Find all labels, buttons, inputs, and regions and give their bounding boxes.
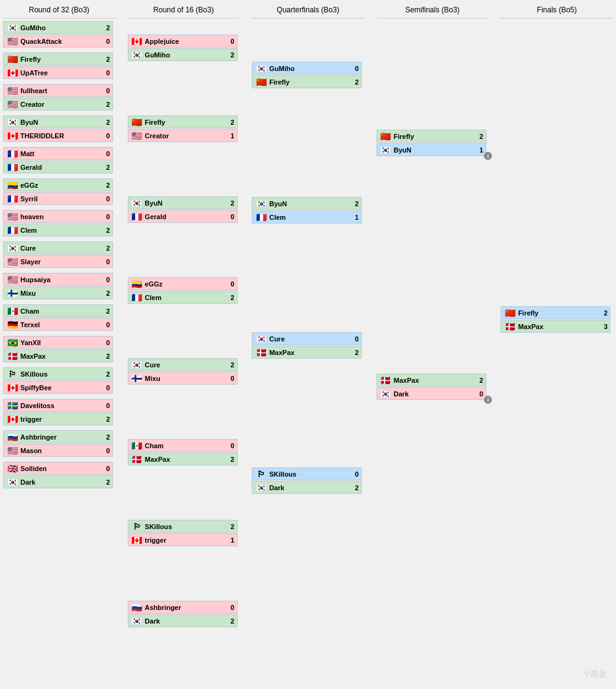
player-name: MaxPax [20,353,101,360]
round-fin-title: Finals (Bo5) [501,3,613,19]
r32-match-5: 🇫🇷Matt0 🇫🇷Gerald2 [3,147,115,173]
table-row: 🇺🇸Hupsaiya0 [3,273,113,286]
table-row: 🇨🇦UpATree0 [3,66,113,79]
player-name: Cure [20,244,101,252]
table-row: 🇷🇺Ashbringer2 [3,430,113,443]
player-score: 2 [101,244,110,252]
table-row: 🇩🇰MaxPax2 [128,453,238,466]
player-score: 2 [101,478,110,486]
r32-match-1: 🇰🇷GuMiho2 🇺🇸QuackAttack0 [3,21,115,48]
table-row: 🇩🇪Terxel0 [3,318,113,331]
player-name: Firefly [145,119,226,126]
table-row: 🇨🇦trigger1 [128,533,238,546]
player-score: 0 [101,213,110,220]
player-score: 0 [101,258,110,265]
flag-gb: 🇬🇧 [6,464,19,473]
player-score: 2 [101,56,110,63]
table-row: 🇰🇷GuMiho0 [252,62,362,75]
player-score: 0 [101,276,110,283]
player-name: heaven [20,213,101,220]
player-name: Davelitoss [20,402,101,409]
player-name: Ashbringer [20,433,101,441]
player-score: 1 [226,537,235,544]
table-row: 🇨🇳Firefly2 [128,115,238,128]
player-score: 2 [350,78,359,86]
r32-match-15: 🇬🇧Solliden0 🇰🇷Dark2 [3,462,115,488]
table-row: 🇨🇦THERIDDLER0 [3,129,113,142]
player-name: Applejuice [145,38,226,45]
player-name: MaxPax [145,456,226,463]
r16-match-8: 🇷🇺Ashbringer0 🇰🇷Dark2 [128,601,240,627]
player-name: Cure [145,361,226,369]
table-row: 🇺🇸Creator2 [3,98,113,111]
player-score: 1 [475,146,483,154]
flag-kr4: 🇰🇷 [6,478,19,486]
table-row: 🇨🇳Firefly2 [3,52,113,65]
player-name: YanXII [20,339,101,346]
table-row: 🇲🇽Cham0 [128,439,238,452]
player-name: Dark [145,617,226,625]
qf-match-2: 🇰🇷ByuN2 🇫🇷Clem1 [252,197,364,223]
table-row: 🇫🇮Mixu0 [128,372,238,385]
player-score: 2 [101,415,110,423]
flag-de: 🇩🇪 [6,320,19,329]
player-name: THERIDDLER [20,132,101,140]
round-16: Round of 16 (Bo3) 🇨🇦Applejuice0 🇰🇷GuMiho… [128,3,240,627]
flag-us5: 🇺🇸 [6,275,19,284]
qf-match-1: 🇰🇷GuMiho0 🇨🇳Firefly2 [252,62,364,88]
table-row: 🇩🇰MaxPax3 [501,320,610,333]
player-score: 2 [101,290,110,297]
flag-cn: 🇨🇳 [6,55,19,64]
flag-us2: 🇺🇸 [6,100,19,109]
table-row: 🇰🇷Cure2 [128,358,238,371]
r16-match-3: 🇰🇷ByuN2 🇫🇷Gerald0 [128,196,240,223]
player-score: 2 [101,24,110,31]
table-row: 🇫🇷Clem2 [128,291,238,304]
player-score: 2 [475,133,483,140]
flag-fi: 🇫🇮 [6,289,19,298]
info-badge-2[interactable]: i [484,396,492,404]
r16-match-5: 🇰🇷Cure2 🇫🇮Mixu0 [128,358,240,385]
flag-br: 🇧🇷 [6,338,19,347]
player-name: Terxel [20,321,101,328]
player-name: Firefly [20,56,101,63]
table-row: 🇩🇰MaxPax2 [377,374,486,386]
r16-match-6: 🇲🇽Cham0 🇩🇰MaxPax2 [128,439,240,466]
sf-match-2: 🇩🇰MaxPax2 🇰🇷Dark0 i [377,374,489,400]
flag-us6: 🇺🇸 [6,446,19,455]
player-name: Creator [20,101,101,108]
r16-match-2: 🇨🇳Firefly2 🇺🇸Creator1 [128,115,240,142]
r32-match-6: 🇨🇴eGGz2 🇫🇷Syrril0 [3,178,115,205]
r16-match-4: 🇨🇴eGGz0 🇫🇷Clem2 [128,277,240,304]
player-score: 3 [599,323,607,330]
player-name: SpiffyBee [20,384,101,391]
player-score: 0 [475,390,483,398]
flag-us4: 🇺🇸 [6,257,19,266]
r32-match-10: 🇲🇽Cham2 🇩🇪Terxel0 [3,304,115,331]
info-badge[interactable]: i [484,152,492,160]
player-score: 2 [101,164,110,171]
table-row: 🇫🇷Clem1 [252,211,362,223]
table-row: 🇫🇷Gerald2 [3,161,113,173]
player-score: 2 [101,307,110,315]
r32-match-8: 🇰🇷Cure2 🇺🇸Slayer0 [3,241,115,268]
qf-match-3: 🇰🇷Cure0 🇩🇰MaxPax2 [252,332,364,359]
table-row: 🇺🇸QuackAttack0 [3,35,113,48]
player-name: SKillous [145,523,226,530]
player-score: 2 [101,353,110,360]
player-name: Clem [20,227,101,234]
table-row: 🇨🇴eGGz2 [3,178,113,191]
player-score: 2 [226,119,235,126]
player-name: MaxPax [269,349,350,356]
player-score: 1 [350,214,359,221]
player-score: 1 [226,132,235,140]
flag-mx: 🇲🇽 [6,307,19,315]
table-row: 🇺🇸Slayer0 [3,255,113,268]
flag-fr: 🇫🇷 [6,149,19,158]
round-fin: Finals (Bo5) 🇨🇳Firefly2 🇩🇰MaxPax3 [501,3,613,627]
table-row: 🇫🇷Clem2 [3,223,113,236]
player-name: SKillous [20,370,101,378]
player-score: 0 [226,280,235,288]
r32-match-7: 🇺🇸heaven0 🇫🇷Clem2 [3,210,115,236]
r16-match-1: 🇨🇦Applejuice0 🇰🇷GuMiho2 [128,35,240,61]
